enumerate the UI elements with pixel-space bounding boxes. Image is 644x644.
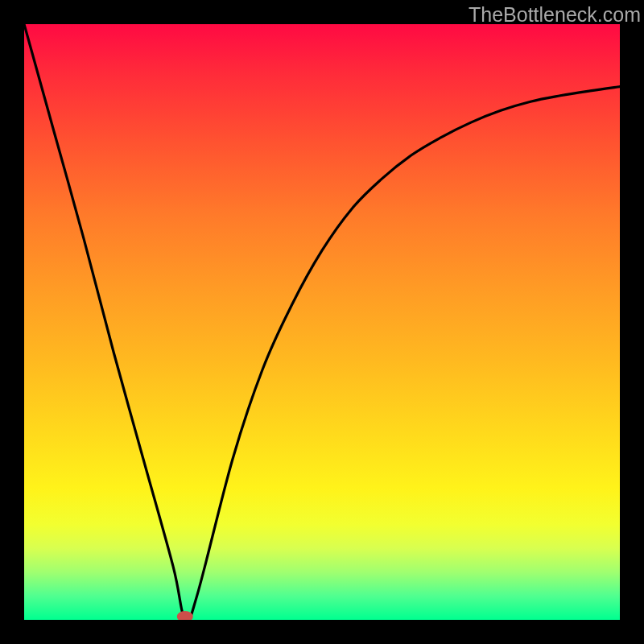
curve-svg <box>24 24 620 620</box>
minimum-marker <box>177 611 193 620</box>
plot-area <box>24 24 620 620</box>
bottleneck-curve <box>24 24 620 620</box>
chart-frame: TheBottleneck.com <box>0 0 644 644</box>
watermark-text: TheBottleneck.com <box>469 3 641 27</box>
